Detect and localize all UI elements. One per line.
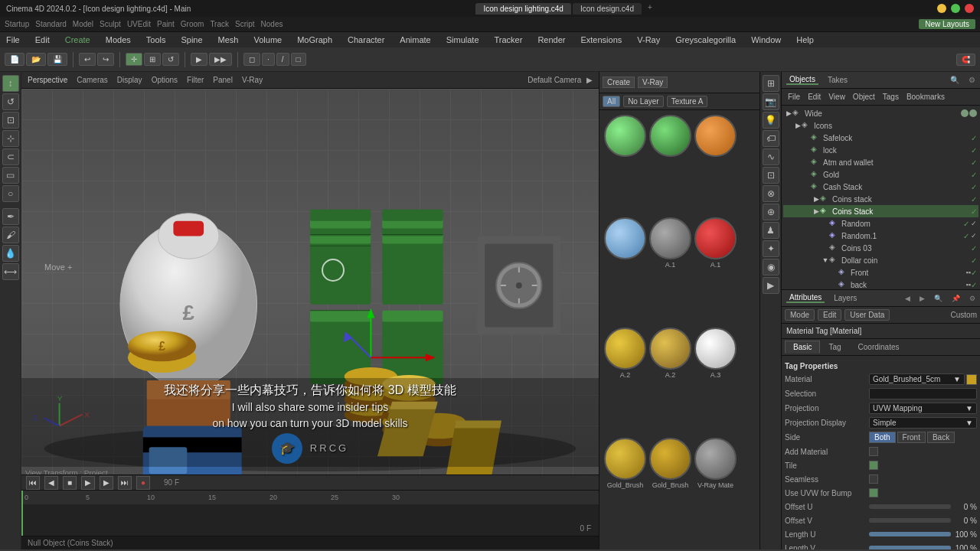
tab-objects[interactable]: Objects [786,75,818,85]
attr-seamless-checkbox[interactable] [869,474,878,484]
attrs-userdata-btn[interactable]: User Data [844,309,890,321]
tool-pen[interactable]: ✒ [2,208,19,225]
tl-start[interactable]: ⏮ [26,476,40,490]
attr-material-dropdown[interactable]: Gold_Brushed_5cm ▼ [869,373,965,385]
obj-file[interactable]: File [785,93,803,101]
tl-end[interactable]: ⏭ [118,476,132,490]
icon-mograph[interactable]: ⊕ [763,204,779,220]
minimize-button[interactable] [937,4,946,13]
filter-texture-a[interactable]: Texture A [667,96,708,107]
menu-spine[interactable]: Spine [178,35,205,44]
tool-paint[interactable]: 🖌 [2,227,19,243]
view-cameras[interactable]: Cameras [77,76,108,84]
tree-coins-stack[interactable]: ▶ ◈ Coins Stack ✓ [783,205,978,217]
toolbar-obj[interactable]: ◻ [243,53,260,66]
icon-spline[interactable]: ∿ [763,148,779,165]
obj-view[interactable]: View [825,93,848,101]
tree-safelock[interactable]: ◈ Safelock ✓ [783,132,978,144]
attrs-edit-btn[interactable]: Edit [818,309,841,321]
view-vray[interactable]: V-Ray [242,76,263,84]
tree-cash-stack[interactable]: ◈ Cash Stack ✓ [783,181,978,193]
tool-scale[interactable]: ⊡ [2,112,19,129]
attr-selection-input[interactable] [869,388,977,399]
view-panel[interactable]: Panel [213,76,233,84]
view-display[interactable]: Display [117,76,142,84]
view-options[interactable]: Options [152,76,178,84]
mat-item-8[interactable]: A.3 [694,328,737,435]
close-button[interactable] [965,4,974,13]
attrs-nav-right[interactable]: ▶ [920,295,925,302]
layout-nodes[interactable]: Nodes [261,20,283,28]
tree-wide[interactable]: ▶ ◈ Wide [783,107,978,119]
toolbar-save[interactable]: 💾 [47,53,67,66]
obj-settings-icon[interactable]: ⚙ [969,76,975,84]
menu-greyscale[interactable]: Greyscalegorilla [672,35,739,44]
viewport[interactable]: £ £ [21,89,599,474]
menu-modes[interactable]: Modes [103,35,134,44]
obj-search-icon[interactable]: 🔍 [950,76,959,84]
icon-render[interactable]: ▶ [763,277,779,294]
tool-move[interactable]: ↕ [2,75,19,92]
tree-icons[interactable]: ▶ ◈ Icons [783,119,978,132]
menu-window[interactable]: Window [748,35,784,44]
menu-tracker[interactable]: Tracker [492,35,526,44]
toolbar-points[interactable]: · [262,53,275,66]
tree-lock[interactable]: ◈ lock ✓ [783,144,978,156]
mat-item-7[interactable]: A.2 [649,328,691,435]
attr-proj-display-dropdown[interactable]: Simple ▼ [869,417,977,429]
attrs-tab-attributes[interactable]: Attributes [786,293,825,303]
icon-light[interactable]: 💡 [763,112,779,129]
material-color-btn[interactable] [966,374,977,385]
tree-coins-stack-lower[interactable]: ▶ ◈ Coins stack ✓ [783,193,978,205]
menu-volume[interactable]: Volume [251,35,286,44]
tool-live[interactable]: ○ [2,185,19,202]
layout-groom[interactable]: Groom [181,20,204,28]
menu-tools[interactable]: Tools [143,35,169,44]
layout-new-layouts[interactable]: New Layouts [919,19,975,29]
attr-projection-dropdown[interactable]: UVW Mapping ▼ [869,403,977,414]
attr-tab-basic[interactable]: Basic [785,341,820,354]
attr-offset-v-slider[interactable] [869,518,951,523]
attrs-gear-icon[interactable]: ⚙ [969,295,975,302]
tree-coins-03[interactable]: ◈ Coins 03 ✓ [783,242,978,254]
tl-next[interactable]: ▶ [100,476,113,490]
tl-record[interactable]: ● [136,476,150,490]
mat-item-5[interactable]: A.1 [694,217,737,324]
menu-render[interactable]: Render [534,35,568,44]
view-perspective[interactable]: Perspective [28,76,67,84]
tab-takes[interactable]: Takes [825,76,851,84]
obj-tags[interactable]: Tags [880,93,902,101]
tool-rotate[interactable]: ↺ [2,93,19,110]
tree-back[interactable]: ◈ back ▪▪ ✓ [783,279,978,289]
icon-generator[interactable]: ⊗ [763,185,779,202]
layout-model[interactable]: Model [73,20,93,28]
mat-item-10[interactable]: Gold_Brush [649,438,691,545]
tree-front[interactable]: ◈ Front ▪▪ ✓ [783,266,978,279]
tl-play[interactable]: ▶ [81,476,95,490]
mat-item-0[interactable] [604,115,646,214]
layout-paint[interactable]: Paint [157,20,175,28]
side-btn-both[interactable]: Both [869,432,896,443]
maximize-button[interactable] [951,4,960,13]
tool-lasso[interactable]: ⊂ [2,148,19,165]
attr-length-u-slider[interactable] [869,532,951,536]
toolbar-render-out[interactable]: ▶▶ [209,53,232,66]
attr-tile-checkbox[interactable] [869,461,878,470]
toolbar-snap[interactable]: 🧲 [956,54,975,66]
toolbar-redo[interactable]: ↪ [97,53,114,66]
menu-edit[interactable]: Edit [32,35,53,44]
tl-stop[interactable]: ■ [63,476,77,490]
attr-length-v-slider[interactable] [869,546,951,549]
icon-camera[interactable]: 📷 [763,93,779,110]
attrs-search-icon[interactable]: 🔍 [934,295,942,302]
menu-simulate[interactable]: Simulate [443,35,482,44]
icon-tag[interactable]: 🏷 [763,130,779,147]
attrs-pin-icon[interactable]: 📌 [952,295,960,302]
obj-bookmarks[interactable]: Bookmarks [903,93,948,101]
tab-icon-design-lighting[interactable]: Icon design lighting.c4d [475,3,571,15]
tool-rect[interactable]: ▭ [2,167,19,184]
attr-uvw-bump-checkbox[interactable] [869,488,878,497]
attr-tab-coordinates[interactable]: Coordinates [850,341,908,354]
filter-all[interactable]: All [603,96,620,107]
layout-sculpt[interactable]: Sculpt [100,20,121,28]
